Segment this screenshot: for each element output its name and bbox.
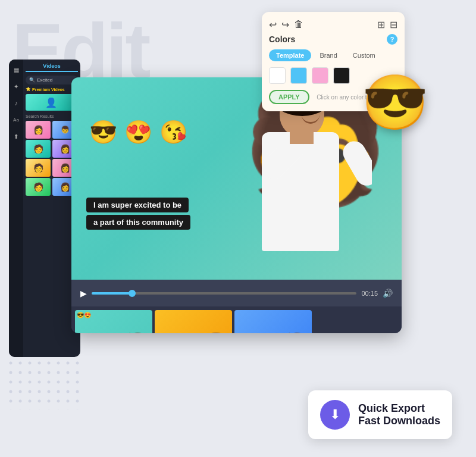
tab-custom[interactable]: Custom (346, 49, 383, 61)
svg-point-59 (38, 390, 41, 393)
svg-point-36 (48, 362, 51, 365)
svg-point-74 (29, 409, 32, 410)
music-icon[interactable]: ♪ (11, 98, 21, 108)
svg-point-56 (10, 390, 12, 393)
upload-icon[interactable]: ⬆ (11, 131, 21, 142)
text-line-2: a part of this community (86, 215, 190, 230)
sidebar-panel: ▦ ✦ ♪ Aa ⬆ Videos 🔍 ⭐Premium Videos 👤 Se… (9, 60, 80, 357)
svg-point-73 (19, 409, 22, 410)
svg-point-66 (29, 400, 32, 403)
svg-point-64 (10, 400, 12, 403)
list-item[interactable]: 👩 (26, 121, 51, 139)
svg-point-52 (48, 381, 51, 384)
delete-icon[interactable]: 🗑 (294, 19, 303, 30)
tab-template[interactable]: Template (269, 49, 311, 61)
sidebar-title: Videos (26, 63, 78, 72)
svg-point-77 (57, 409, 60, 410)
list-item[interactable]: 🧑 (26, 159, 51, 177)
search-input[interactable] (37, 77, 73, 83)
export-icon[interactable]: ⬇ (320, 400, 350, 430)
export-subtitle: Fast Downloads (358, 415, 440, 427)
swatch-blue[interactable] (290, 67, 307, 84)
svg-point-63 (76, 390, 79, 393)
export-card: ⬇ Quick Export Fast Downloads (308, 390, 452, 439)
panel-toolbar: ↩ ↪ 🗑 ⊞ ⊟ (269, 19, 397, 30)
svg-point-65 (19, 400, 22, 403)
export-text: Quick Export Fast Downloads (358, 402, 440, 427)
svg-point-45 (57, 371, 60, 374)
swatch-white[interactable] (269, 67, 286, 84)
redo-icon[interactable]: ↪ (281, 19, 289, 30)
help-icon[interactable]: ? (387, 34, 397, 45)
swatch-pink[interactable] (312, 67, 328, 84)
svg-point-76 (48, 409, 51, 410)
big-sunglasses-emoji: 😎 (362, 71, 428, 134)
svg-point-55 (76, 381, 79, 384)
svg-point-35 (38, 362, 41, 365)
play-button[interactable]: ▶ (80, 289, 87, 298)
emoji-sunglasses: 😎 (89, 119, 117, 145)
colors-panel-header: Colors ? (269, 34, 397, 45)
search-box[interactable]: 🔍 (26, 76, 78, 84)
premium-label: ⭐Premium Videos (26, 87, 78, 92)
arrange-icon[interactable]: ⊟ (390, 19, 397, 30)
svg-point-43 (38, 371, 41, 374)
progress-bar[interactable] (92, 292, 356, 295)
svg-point-70 (67, 400, 70, 403)
svg-point-75 (38, 409, 41, 410)
svg-point-32 (10, 362, 12, 365)
svg-point-48 (10, 381, 12, 384)
filmstrip-thumb-3[interactable]: 🧑 (234, 310, 312, 333)
svg-point-61 (57, 390, 60, 393)
swatch-black[interactable] (333, 67, 350, 84)
progress-handle[interactable] (129, 290, 136, 297)
svg-point-54 (67, 381, 70, 384)
export-title: Quick Export (358, 402, 440, 415)
svg-point-78 (67, 409, 70, 410)
svg-point-58 (29, 390, 32, 393)
video-text-overlay[interactable]: I am super excited to be a part of this … (86, 198, 190, 232)
undo-icon[interactable]: ↩ (269, 19, 277, 30)
svg-point-46 (67, 371, 70, 374)
volume-icon[interactable]: 🔊 (383, 289, 393, 298)
svg-point-39 (76, 362, 79, 365)
progress-fill (92, 292, 131, 295)
svg-point-47 (76, 371, 79, 374)
text-icon[interactable]: Aa (11, 114, 21, 125)
svg-point-57 (19, 390, 22, 393)
svg-point-41 (19, 371, 22, 374)
search-results-label: Search Results (26, 114, 78, 118)
svg-point-50 (29, 381, 32, 384)
svg-point-34 (29, 362, 32, 365)
filmstrip-thumb-1[interactable]: 😎😍 I am super excited to bea part of thi… (75, 310, 152, 333)
color-tabs: Template Brand Custom (269, 49, 397, 61)
enhance-icon[interactable]: ✦ (11, 81, 21, 92)
premium-thumb[interactable]: 👤 (26, 94, 77, 111)
emoji-heart-eyes: 😍 (124, 119, 152, 145)
svg-point-42 (29, 371, 32, 374)
svg-point-49 (19, 381, 22, 384)
svg-point-71 (76, 400, 79, 403)
search-icon: 🔍 (29, 77, 35, 83)
svg-point-51 (38, 381, 41, 384)
layers-icon[interactable]: ⊞ (377, 19, 385, 30)
svg-point-38 (67, 362, 70, 365)
media-icon[interactable]: ▦ (11, 64, 21, 75)
svg-point-44 (48, 371, 51, 374)
svg-point-53 (57, 381, 60, 384)
thumb-grid: 👩 👦 🧑 👩 🧑 👩 🧑 👩 (26, 121, 78, 196)
svg-point-33 (19, 362, 22, 365)
video-editor: 🧑 (71, 77, 402, 333)
svg-point-37 (57, 362, 60, 365)
list-item[interactable]: 🧑 (26, 140, 51, 158)
emoji-kiss: 😘 (159, 119, 187, 145)
list-item[interactable]: 🧑 (26, 178, 51, 196)
filmstrip-thumb-2[interactable]: 👩 (155, 310, 232, 333)
film-emojis: 😎😍 (77, 312, 91, 318)
apply-button[interactable]: APPLY (269, 90, 309, 104)
svg-point-79 (76, 409, 79, 410)
filmstrip: 😎😍 I am super excited to bea part of thi… (71, 306, 402, 333)
svg-point-40 (10, 371, 12, 374)
tab-brand[interactable]: Brand (312, 49, 344, 61)
sidebar-icons: ▦ ✦ ♪ Aa ⬆ (9, 60, 23, 357)
